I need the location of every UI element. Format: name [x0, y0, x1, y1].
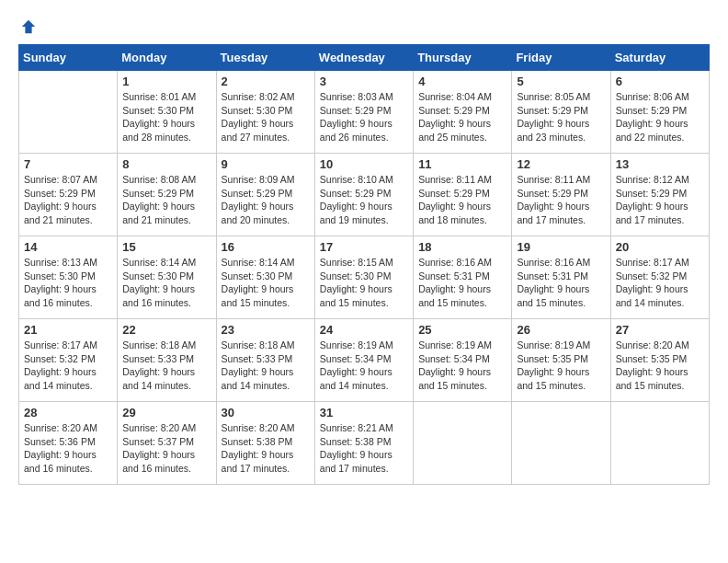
- calendar-cell: 8Sunrise: 8:08 AMSunset: 5:29 PMDaylight…: [118, 154, 216, 236]
- calendar-cell: 3Sunrise: 8:03 AMSunset: 5:29 PMDaylight…: [314, 71, 413, 154]
- calendar-cell: 27Sunrise: 8:20 AMSunset: 5:35 PMDayligh…: [610, 319, 709, 402]
- calendar-cell: 25Sunrise: 8:19 AMSunset: 5:34 PMDayligh…: [414, 319, 512, 402]
- day-number: 15: [122, 240, 210, 254]
- day-info: Sunrise: 8:17 AMSunset: 5:32 PMDaylight:…: [24, 339, 112, 393]
- weekday-header-tuesday: Tuesday: [216, 45, 314, 71]
- day-number: 10: [320, 157, 408, 171]
- day-number: 26: [517, 323, 605, 337]
- day-info: Sunrise: 8:03 AMSunset: 5:29 PMDaylight:…: [320, 90, 408, 144]
- day-info: Sunrise: 8:06 AMSunset: 5:29 PMDaylight:…: [616, 90, 704, 144]
- calendar-cell: 14Sunrise: 8:13 AMSunset: 5:30 PMDayligh…: [19, 236, 118, 319]
- calendar-cell: 22Sunrise: 8:18 AMSunset: 5:33 PMDayligh…: [118, 319, 216, 402]
- week-row-5: 28Sunrise: 8:20 AMSunset: 5:36 PMDayligh…: [19, 402, 710, 485]
- day-number: 8: [122, 157, 210, 171]
- day-number: 2: [222, 75, 310, 88]
- day-info: Sunrise: 8:04 AMSunset: 5:29 PMDaylight:…: [418, 90, 506, 144]
- day-number: 17: [320, 240, 408, 254]
- calendar-cell: 13Sunrise: 8:12 AMSunset: 5:29 PMDayligh…: [610, 154, 709, 236]
- weekday-header-row: SundayMondayTuesdayWednesdayThursdayFrid…: [19, 45, 710, 71]
- day-info: Sunrise: 8:14 AMSunset: 5:30 PMDaylight:…: [122, 256, 210, 310]
- day-info: Sunrise: 8:16 AMSunset: 5:31 PMDaylight:…: [418, 256, 506, 310]
- day-info: Sunrise: 8:01 AMSunset: 5:30 PMDaylight:…: [122, 90, 210, 144]
- calendar-cell: 10Sunrise: 8:10 AMSunset: 5:29 PMDayligh…: [314, 154, 413, 236]
- calendar-cell: 16Sunrise: 8:14 AMSunset: 5:30 PMDayligh…: [216, 236, 314, 319]
- calendar-cell: 18Sunrise: 8:16 AMSunset: 5:31 PMDayligh…: [414, 236, 512, 319]
- calendar-cell: 26Sunrise: 8:19 AMSunset: 5:35 PMDayligh…: [512, 319, 610, 402]
- day-info: Sunrise: 8:20 AMSunset: 5:37 PMDaylight:…: [122, 421, 210, 476]
- day-info: Sunrise: 8:12 AMSunset: 5:29 PMDaylight:…: [616, 173, 704, 227]
- logo-icon: [20, 18, 37, 35]
- day-info: Sunrise: 8:18 AMSunset: 5:33 PMDaylight:…: [222, 339, 310, 393]
- day-info: Sunrise: 8:10 AMSunset: 5:29 PMDaylight:…: [320, 173, 408, 227]
- day-info: Sunrise: 8:14 AMSunset: 5:30 PMDaylight:…: [222, 256, 310, 310]
- day-number: 29: [122, 406, 210, 419]
- day-number: 27: [616, 323, 704, 337]
- day-info: Sunrise: 8:11 AMSunset: 5:29 PMDaylight:…: [418, 173, 506, 227]
- calendar-table: SundayMondayTuesdayWednesdayThursdayFrid…: [18, 44, 710, 485]
- day-number: 9: [222, 157, 310, 171]
- calendar-cell: [512, 402, 610, 485]
- day-info: Sunrise: 8:19 AMSunset: 5:34 PMDaylight:…: [320, 339, 408, 393]
- day-number: 22: [122, 323, 210, 337]
- weekday-header-thursday: Thursday: [414, 45, 512, 71]
- day-info: Sunrise: 8:09 AMSunset: 5:29 PMDaylight:…: [222, 173, 310, 227]
- day-number: 23: [222, 323, 310, 337]
- day-info: Sunrise: 8:05 AMSunset: 5:29 PMDaylight:…: [517, 90, 605, 144]
- calendar-cell: 1Sunrise: 8:01 AMSunset: 5:30 PMDaylight…: [118, 71, 216, 154]
- page-header: [18, 18, 710, 35]
- calendar-cell: 9Sunrise: 8:09 AMSunset: 5:29 PMDaylight…: [216, 154, 314, 236]
- calendar-cell: 19Sunrise: 8:16 AMSunset: 5:31 PMDayligh…: [512, 236, 610, 319]
- day-info: Sunrise: 8:20 AMSunset: 5:38 PMDaylight:…: [222, 421, 310, 476]
- calendar-cell: 4Sunrise: 8:04 AMSunset: 5:29 PMDaylight…: [414, 71, 512, 154]
- day-number: 28: [24, 406, 112, 419]
- calendar-cell: [19, 71, 118, 154]
- day-number: 25: [418, 323, 506, 337]
- day-number: 6: [616, 75, 704, 88]
- calendar-cell: 23Sunrise: 8:18 AMSunset: 5:33 PMDayligh…: [216, 319, 314, 402]
- day-number: 4: [418, 75, 506, 88]
- week-row-3: 14Sunrise: 8:13 AMSunset: 5:30 PMDayligh…: [19, 236, 710, 319]
- calendar-cell: [414, 402, 512, 485]
- day-number: 31: [320, 406, 408, 419]
- calendar-cell: 24Sunrise: 8:19 AMSunset: 5:34 PMDayligh…: [314, 319, 413, 402]
- day-number: 12: [517, 157, 605, 171]
- day-number: 5: [517, 75, 605, 88]
- day-info: Sunrise: 8:16 AMSunset: 5:31 PMDaylight:…: [517, 256, 605, 310]
- day-info: Sunrise: 8:19 AMSunset: 5:35 PMDaylight:…: [517, 339, 605, 393]
- calendar-cell: 12Sunrise: 8:11 AMSunset: 5:29 PMDayligh…: [512, 154, 610, 236]
- calendar-cell: 6Sunrise: 8:06 AMSunset: 5:29 PMDaylight…: [610, 71, 709, 154]
- day-number: 20: [616, 240, 704, 254]
- day-info: Sunrise: 8:20 AMSunset: 5:35 PMDaylight:…: [616, 339, 704, 393]
- weekday-header-monday: Monday: [118, 45, 216, 71]
- weekday-header-wednesday: Wednesday: [314, 45, 413, 71]
- day-info: Sunrise: 8:21 AMSunset: 5:38 PMDaylight:…: [320, 421, 408, 476]
- day-number: 18: [418, 240, 506, 254]
- day-number: 11: [418, 157, 506, 171]
- day-info: Sunrise: 8:20 AMSunset: 5:36 PMDaylight:…: [24, 421, 112, 476]
- day-number: 21: [24, 323, 112, 337]
- day-number: 16: [222, 240, 310, 254]
- day-number: 3: [320, 75, 408, 88]
- day-number: 30: [222, 406, 310, 419]
- week-row-4: 21Sunrise: 8:17 AMSunset: 5:32 PMDayligh…: [19, 319, 710, 402]
- weekday-header-sunday: Sunday: [19, 45, 118, 71]
- calendar-cell: 7Sunrise: 8:07 AMSunset: 5:29 PMDaylight…: [19, 154, 118, 236]
- day-info: Sunrise: 8:15 AMSunset: 5:30 PMDaylight:…: [320, 256, 408, 310]
- day-info: Sunrise: 8:02 AMSunset: 5:30 PMDaylight:…: [222, 90, 310, 144]
- day-info: Sunrise: 8:08 AMSunset: 5:29 PMDaylight:…: [122, 173, 210, 227]
- day-number: 19: [517, 240, 605, 254]
- day-info: Sunrise: 8:18 AMSunset: 5:33 PMDaylight:…: [122, 339, 210, 393]
- calendar-cell: 21Sunrise: 8:17 AMSunset: 5:32 PMDayligh…: [19, 319, 118, 402]
- logo: [18, 18, 37, 35]
- calendar-cell: [610, 402, 709, 485]
- calendar-cell: 29Sunrise: 8:20 AMSunset: 5:37 PMDayligh…: [118, 402, 216, 485]
- weekday-header-friday: Friday: [512, 45, 610, 71]
- calendar-cell: 2Sunrise: 8:02 AMSunset: 5:30 PMDaylight…: [216, 71, 314, 154]
- calendar-cell: 17Sunrise: 8:15 AMSunset: 5:30 PMDayligh…: [314, 236, 413, 319]
- week-row-1: 1Sunrise: 8:01 AMSunset: 5:30 PMDaylight…: [19, 71, 710, 154]
- calendar-cell: 15Sunrise: 8:14 AMSunset: 5:30 PMDayligh…: [118, 236, 216, 319]
- day-number: 7: [24, 157, 112, 171]
- day-info: Sunrise: 8:17 AMSunset: 5:32 PMDaylight:…: [616, 256, 704, 310]
- day-number: 1: [122, 75, 210, 88]
- day-number: 24: [320, 323, 408, 337]
